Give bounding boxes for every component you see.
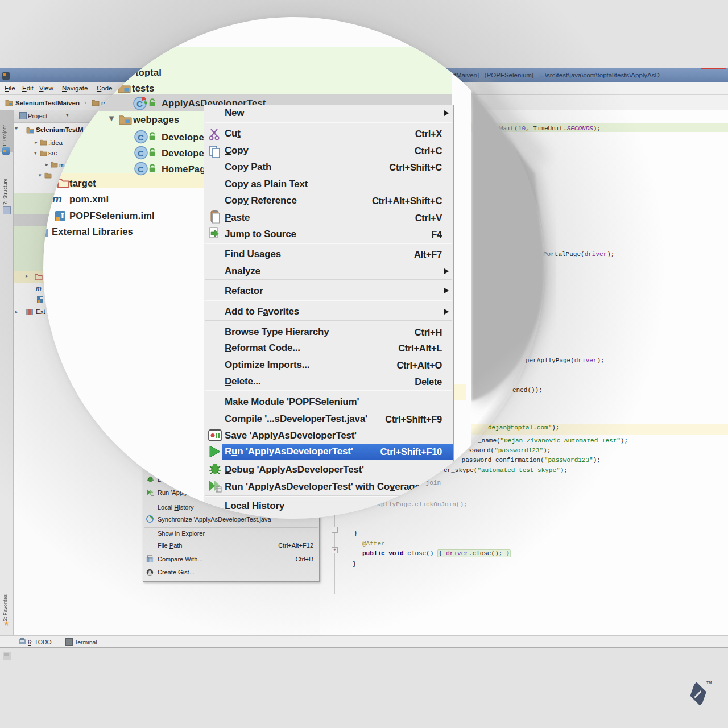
svg-text:TM: TM bbox=[706, 681, 712, 685]
svg-text:C: C bbox=[138, 164, 144, 174]
svg-text:C: C bbox=[138, 148, 144, 158]
svg-text:C: C bbox=[136, 99, 143, 109]
svg-text:C: C bbox=[138, 133, 144, 142]
